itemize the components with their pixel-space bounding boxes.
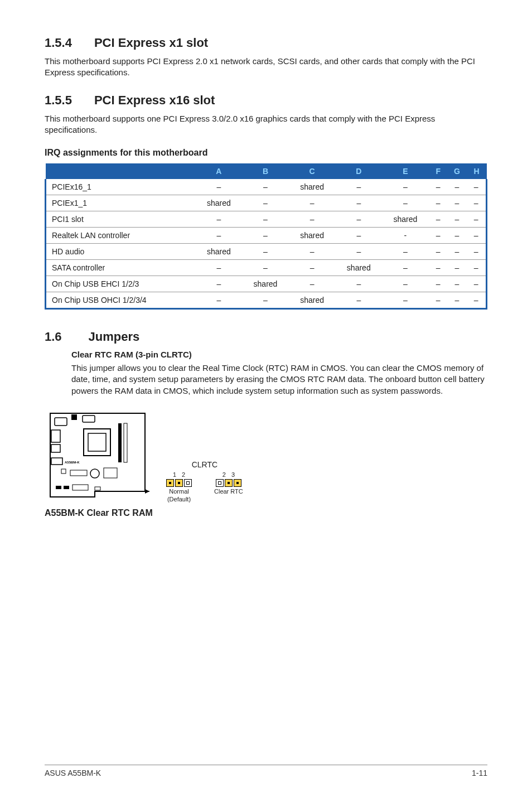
irq-cell: – — [289, 211, 336, 228]
pin-right-num-2: 2 — [223, 471, 226, 478]
irq-cell: – — [448, 260, 467, 276]
irq-cell: shared — [335, 260, 382, 276]
irq-cell: shared — [289, 292, 336, 309]
irq-header-c: C — [289, 163, 336, 179]
irq-header-blank — [46, 163, 196, 179]
irq-cell: – — [289, 244, 336, 260]
irq-cell: – — [429, 292, 448, 309]
footer-right: 1-11 — [472, 769, 487, 777]
irq-cell: – — [242, 260, 289, 276]
default-label: (Default) — [167, 496, 191, 503]
svg-rect-10 — [61, 469, 66, 474]
table-row: On Chip USB OHCI 1/2/3/4––shared––––– — [46, 292, 487, 309]
svg-rect-7 — [88, 433, 106, 451]
pin-1-on — [166, 479, 174, 487]
irq-header-row: A B C D E F G H — [46, 163, 487, 179]
svg-rect-17 — [95, 487, 100, 490]
section-154-num: 1.5.4 — [45, 36, 72, 50]
irq-cell: – — [448, 195, 467, 211]
irq-cell: – — [335, 195, 382, 211]
svg-rect-8 — [118, 423, 122, 462]
svg-rect-5 — [51, 458, 62, 465]
section-155-num: 1.5.5 — [45, 93, 72, 108]
irq-cell: – — [466, 179, 486, 195]
irq-cell: – — [429, 228, 448, 244]
irq-cell: – — [289, 260, 336, 276]
motherboard-svg: A55BM-K — [45, 408, 151, 503]
irq-cell: – — [242, 211, 289, 228]
clrtc-label: CLRTC — [166, 460, 243, 469]
irq-cell: – — [429, 244, 448, 260]
irq-row-label: PCI1 slot — [46, 211, 196, 228]
svg-rect-15 — [64, 486, 69, 489]
svg-point-12 — [90, 469, 99, 478]
irq-header-f: F — [429, 163, 448, 179]
diagram-caption: A55BM-K Clear RTC RAM — [45, 508, 487, 518]
irq-cell: – — [196, 228, 243, 244]
irq-row-label: SATA controller — [46, 260, 196, 276]
irq-heading: IRQ assignments for this motherboard — [45, 148, 487, 158]
svg-rect-6 — [84, 429, 110, 456]
irq-cell: – — [335, 211, 382, 228]
pin-right-num-3: 3 — [231, 471, 235, 478]
section-16-title: Jumpers — [89, 330, 140, 344]
irq-cell: – — [466, 292, 486, 309]
table-row: Realtek LAN controller––shared–-––– — [46, 228, 487, 244]
irq-row-label: PCIEx1_1 — [46, 195, 196, 211]
pin-group-clear: 2 3 Clear RTC . — [214, 471, 243, 503]
svg-rect-16 — [72, 485, 88, 490]
pin-group-normal: 1 2 Normal (Default) — [166, 471, 192, 503]
motherboard-diagram: A55BM-K — [45, 408, 151, 505]
irq-cell: – — [466, 211, 486, 228]
pin-2-on — [175, 479, 183, 487]
irq-cell: – — [335, 244, 382, 260]
irq-cell: – — [429, 195, 448, 211]
irq-cell: – — [448, 179, 467, 195]
svg-rect-14 — [56, 486, 61, 489]
svg-rect-0 — [55, 418, 67, 426]
irq-cell: – — [382, 195, 429, 211]
irq-cell: – — [335, 276, 382, 292]
irq-cell: shared — [196, 195, 243, 211]
irq-cell: shared — [196, 244, 243, 260]
irq-cell: – — [196, 260, 243, 276]
irq-cell: – — [382, 244, 429, 260]
section-16-heading: 1.6 Jumpers — [45, 330, 487, 344]
irq-cell: – — [335, 292, 382, 309]
table-row: On Chip USB EHCI 1/2/3–shared–––––– — [46, 276, 487, 292]
irq-cell: shared — [242, 276, 289, 292]
irq-header-e: E — [382, 163, 429, 179]
irq-cell: – — [242, 179, 289, 195]
irq-cell: shared — [382, 211, 429, 228]
pin-2b-on — [225, 479, 233, 487]
irq-cell: – — [448, 276, 467, 292]
irq-cell: – — [242, 195, 289, 211]
irq-cell: – — [466, 228, 486, 244]
svg-rect-1 — [83, 416, 95, 422]
pin-left-num-2: 2 — [182, 471, 185, 478]
irq-cell: – — [242, 292, 289, 309]
irq-cell: – — [196, 211, 243, 228]
irq-cell: – — [448, 244, 467, 260]
irq-cell: – — [429, 179, 448, 195]
irq-cell: – — [382, 179, 429, 195]
irq-cell: – — [242, 244, 289, 260]
irq-cell: – — [196, 292, 243, 309]
irq-cell: shared — [289, 228, 336, 244]
table-row: PCIEx1_1shared––––––– — [46, 195, 487, 211]
irq-cell: – — [466, 276, 486, 292]
irq-cell: – — [448, 292, 467, 309]
svg-rect-3 — [51, 430, 60, 442]
irq-header-a: A — [196, 163, 243, 179]
svg-rect-4 — [51, 445, 60, 452]
section-155-title: PCI Express x16 slot — [94, 93, 215, 108]
section-154-body: This motherboard supports PCI Express 2.… — [45, 56, 487, 79]
irq-cell: – — [466, 244, 486, 260]
svg-rect-13 — [104, 468, 117, 478]
irq-row-label: On Chip USB OHCI 1/2/3/4 — [46, 292, 196, 309]
irq-cell: – — [429, 260, 448, 276]
normal-label: Normal — [169, 488, 188, 495]
irq-cell: shared — [289, 179, 336, 195]
irq-header-b: B — [242, 163, 289, 179]
irq-table: A B C D E F G H PCIEx16_1––shared–––––PC… — [45, 163, 487, 310]
